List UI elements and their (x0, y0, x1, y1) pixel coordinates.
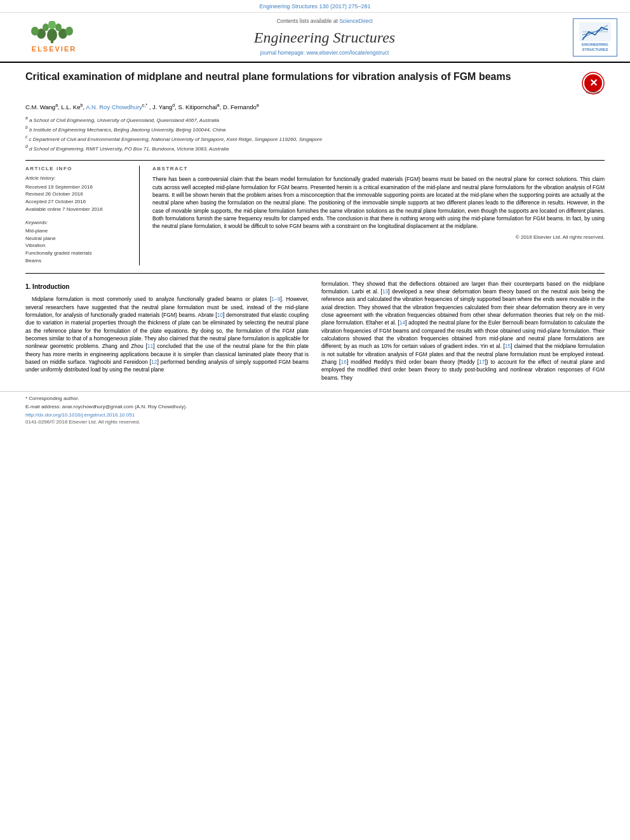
body-col-right: formulation. They showed that the deflec… (321, 280, 605, 385)
ref-10[interactable]: 10 (217, 312, 223, 318)
author-j-yang: J. Yangd, (152, 103, 178, 110)
authors-line: C.M. Wanga, L.L. Keb, A.N. Roy Chowdhury… (25, 102, 605, 112)
ref-1-9[interactable]: 1–9 (271, 296, 280, 302)
footnote-corresponding: * Corresponding author. (25, 396, 605, 403)
paper-title-area: Critical examination of midplane and neu… (25, 70, 605, 97)
elsevier-label: ELSEVIER (32, 44, 76, 54)
journal-header-right: ENGINEERINGSTRUCTURES (554, 18, 617, 57)
journal-ref-text: Engineering Structures 130 (2017) 275–28… (259, 3, 370, 10)
main-content: Critical examination of midplane and neu… (0, 63, 630, 390)
ref-17[interactable]: 17 (479, 359, 485, 365)
article-info-column: ARTICLE INFO Article history: Received 1… (25, 166, 140, 265)
copyright-line: © 2016 Elsevier Ltd. All rights reserved… (152, 234, 605, 241)
footer-doi[interactable]: http://dx.doi.org/10.1016/j.engstruct.20… (25, 412, 605, 419)
journal-logo-label: ENGINEERINGSTRUCTURES (582, 43, 608, 53)
contents-line: Contents lists available at ScienceDirec… (95, 18, 554, 25)
author-ll-ke: L.L. Keb, (61, 103, 86, 110)
abstract-column: ABSTRACT There has been a controversial … (152, 166, 605, 265)
keyword-2: Neutral plane (25, 236, 131, 243)
svg-point-6 (43, 23, 49, 31)
ref-11[interactable]: 11 (147, 343, 153, 349)
received-date: Received 19 September 2016 (25, 184, 131, 191)
homepage-text: journal homepage: www.elsevier.com/locat… (260, 50, 389, 56)
journal-homepage: journal homepage: www.elsevier.com/locat… (95, 50, 554, 57)
ref-15[interactable]: 15 (505, 343, 511, 349)
affil-b: b b Institute of Engineering Mechanics, … (25, 124, 605, 133)
svg-text:✕: ✕ (589, 77, 598, 88)
body-content: 1. Introduction Midplane formulation is … (25, 273, 605, 385)
ref-12[interactable]: 12 (151, 359, 157, 365)
footer-issn: 0141-0296/© 2016 Elsevier Ltd. All right… (25, 419, 605, 426)
journal-header-left: ELSEVIER (13, 20, 95, 55)
available-date: Available online 7 November 2016 (25, 206, 131, 213)
journal-logo-box: ENGINEERINGSTRUCTURES (573, 18, 617, 57)
affil-a: a a School of Civil Engineering, Univers… (25, 115, 605, 124)
section1-title: 1. Introduction (25, 283, 309, 292)
journal-reference-bar: Engineering Structures 130 (2017) 275–28… (0, 0, 630, 13)
footer: * Corresponding author. E-mail address: … (0, 391, 630, 429)
revised-date: Revised 26 October 2016 (25, 191, 131, 198)
author-cm-wang: C.M. Wanga, (25, 103, 61, 110)
author-d-fern: D. Fernandoa (223, 103, 259, 110)
keywords-label: Keywords: (25, 220, 131, 226)
contents-text: Contents lists available at (276, 18, 337, 24)
affil-c: c c Department of Civil and Environmenta… (25, 134, 605, 143)
svg-point-7 (55, 23, 62, 31)
keyword-5: Beams (25, 258, 131, 265)
svg-text:CrossMark: CrossMark (586, 91, 601, 94)
body-para-1: Midplane formulation is most commonly us… (25, 295, 309, 373)
journal-header: ELSEVIER Contents lists available at Sci… (0, 13, 630, 63)
affil-d: d d School of Engineering, RMIT Universi… (25, 143, 605, 152)
crossmark-icon: ✕ CrossMark (582, 72, 605, 95)
journal-logo-graphic-icon (579, 22, 611, 41)
accepted-date: Accepted 27 October 2016 (25, 199, 131, 206)
journal-title: Engineering Structures (95, 27, 554, 48)
abstract-header: ABSTRACT (152, 166, 605, 173)
svg-point-4 (31, 27, 39, 36)
body-para-2: formulation. They showed that the deflec… (321, 280, 605, 382)
article-info-abstract-section: ARTICLE INFO Article history: Received 1… (25, 160, 605, 265)
author-an-roy: A.N. Roy Chowdhuryc,* (86, 103, 147, 110)
ref-14[interactable]: 14 (399, 319, 405, 326)
elsevier-tree-icon (29, 21, 79, 43)
author-s-kit: S. Kitipornchaia, (178, 103, 222, 110)
sciencedirect-link[interactable]: ScienceDirect (339, 18, 372, 24)
elsevier-logo: ELSEVIER (16, 20, 92, 55)
body-col-left: 1. Introduction Midplane formulation is … (25, 280, 309, 385)
svg-point-1 (47, 29, 57, 41)
ref-13[interactable]: 13 (382, 288, 388, 295)
ref-16[interactable]: 16 (340, 359, 346, 365)
paper-title-text: Critical examination of midplane and neu… (25, 70, 575, 88)
svg-point-5 (65, 27, 73, 36)
keyword-3: Vibration (25, 243, 131, 250)
article-history-label: Article history: (25, 175, 131, 182)
footnote-email: E-mail address: anar.roychowdhury@gmail.… (25, 404, 605, 411)
keywords-section: Keywords: Mid-plane Neutral plane Vibrat… (25, 220, 131, 265)
keyword-1: Mid-plane (25, 228, 131, 235)
svg-point-8 (48, 21, 56, 29)
abstract-text: There has been a controversial claim tha… (152, 175, 605, 230)
keyword-4: Functionally graded materials (25, 250, 131, 257)
paper-title: Critical examination of midplane and neu… (25, 70, 575, 84)
crossmark-logo[interactable]: ✕ CrossMark (582, 72, 605, 97)
article-info-header: ARTICLE INFO (25, 166, 131, 173)
journal-header-center: Contents lists available at ScienceDirec… (95, 18, 554, 57)
affiliations: a a School of Civil Engineering, Univers… (25, 115, 605, 152)
